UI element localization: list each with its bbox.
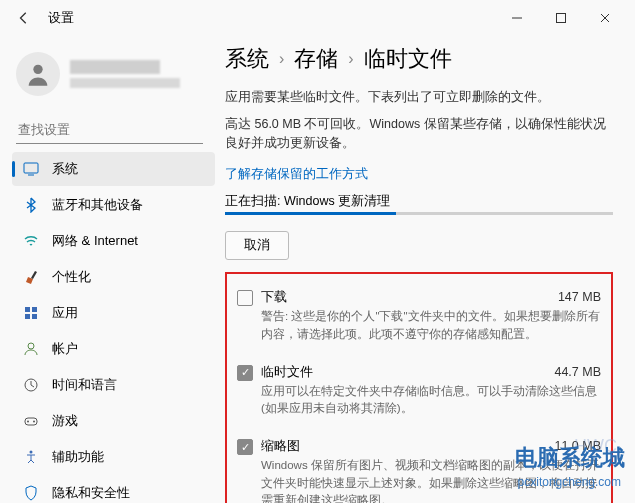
- sidebar-item-label: 蓝牙和其他设备: [52, 196, 143, 214]
- sidebar-item-label: 个性化: [52, 268, 91, 286]
- sidebar-item-label: 系统: [52, 160, 78, 178]
- svg-point-13: [33, 421, 35, 423]
- back-button[interactable]: [8, 2, 40, 34]
- description-2: 高达 56.0 MB 不可回收。Windows 保留某些存储，以确保性能状况良好…: [225, 115, 613, 153]
- apps-icon: [22, 304, 40, 322]
- breadcrumb-system[interactable]: 系统: [225, 44, 269, 74]
- brush-icon: [22, 268, 40, 286]
- highlight-box: 下载 147 MB 警告: 这些是你的个人"下载"文件夹中的文件。如果想要删除所…: [225, 272, 613, 503]
- sidebar-item-label: 隐私和安全性: [52, 484, 130, 502]
- search-container: [16, 116, 203, 144]
- breadcrumb: 系统 › 存储 › 临时文件: [225, 44, 613, 74]
- clock-icon: [22, 376, 40, 394]
- svg-rect-7: [25, 314, 30, 319]
- checkbox[interactable]: [237, 439, 253, 455]
- chevron-right-icon: ›: [279, 50, 284, 68]
- svg-rect-11: [25, 418, 37, 425]
- shield-icon: [22, 484, 40, 502]
- sidebar-item-network[interactable]: 网络 & Internet: [12, 224, 215, 258]
- accounts-icon: [22, 340, 40, 358]
- file-item-thumbs[interactable]: 缩略图 11.0 MB Windows 保留所有图片、视频和文档缩略图的副本，以…: [231, 427, 607, 503]
- avatar: [16, 52, 60, 96]
- checkbox[interactable]: [237, 290, 253, 306]
- sidebar-item-label: 网络 & Internet: [52, 232, 138, 250]
- sidebar: 系统 蓝牙和其他设备 网络 & Internet 个性化 应用 帐户: [0, 36, 215, 503]
- chevron-right-icon: ›: [348, 50, 353, 68]
- bluetooth-icon: [22, 196, 40, 214]
- svg-point-9: [28, 343, 34, 349]
- file-desc: 应用可以在特定文件夹中存储临时信息。可以手动清除这些信息(如果应用未自动将其清除…: [261, 383, 601, 418]
- sidebar-item-personalization[interactable]: 个性化: [12, 260, 215, 294]
- svg-rect-8: [32, 314, 37, 319]
- sidebar-item-system[interactable]: 系统: [12, 152, 215, 186]
- svg-rect-5: [25, 307, 30, 312]
- search-input[interactable]: [16, 116, 203, 144]
- sidebar-item-bluetooth[interactable]: 蓝牙和其他设备: [12, 188, 215, 222]
- svg-rect-3: [24, 163, 38, 173]
- profile-name: [70, 60, 160, 74]
- accessibility-icon: [22, 448, 40, 466]
- profile-email: [70, 78, 180, 88]
- checkbox[interactable]: [237, 365, 253, 381]
- learn-more-link[interactable]: 了解存储保留的工作方式: [225, 166, 368, 183]
- sidebar-item-label: 帐户: [52, 340, 78, 358]
- system-icon: [22, 160, 40, 178]
- sidebar-item-accounts[interactable]: 帐户: [12, 332, 215, 366]
- breadcrumb-current: 临时文件: [364, 44, 452, 74]
- maximize-button[interactable]: [539, 2, 583, 34]
- scan-status: 正在扫描: Windows 更新清理: [225, 193, 613, 210]
- file-size: 147 MB: [558, 290, 601, 304]
- file-title: 缩略图: [261, 437, 300, 455]
- file-item-downloads[interactable]: 下载 147 MB 警告: 这些是你的个人"下载"文件夹中的文件。如果想要删除所…: [231, 278, 607, 353]
- file-item-temp[interactable]: 临时文件 44.7 MB 应用可以在特定文件夹中存储临时信息。可以手动清除这些信…: [231, 353, 607, 428]
- svg-rect-6: [32, 307, 37, 312]
- gaming-icon: [22, 412, 40, 430]
- svg-rect-1: [557, 14, 566, 23]
- file-title: 临时文件: [261, 363, 313, 381]
- minimize-button[interactable]: [495, 2, 539, 34]
- breadcrumb-storage[interactable]: 存储: [294, 44, 338, 74]
- sidebar-item-gaming[interactable]: 游戏: [12, 404, 215, 438]
- description-1: 应用需要某些临时文件。下表列出了可立即删除的文件。: [225, 88, 613, 107]
- sidebar-item-time-language[interactable]: 时间和语言: [12, 368, 215, 402]
- file-desc: Windows 保留所有图片、视频和文档缩略图的副本，以便在打开文件夹时能快速显…: [261, 457, 601, 503]
- window-title: 设置: [48, 9, 74, 27]
- progress-bar: [225, 212, 613, 215]
- sidebar-item-label: 应用: [52, 304, 78, 322]
- main-content: 系统 › 存储 › 临时文件 应用需要某些临时文件。下表列出了可立即删除的文件。…: [215, 36, 635, 503]
- close-button[interactable]: [583, 2, 627, 34]
- sidebar-item-accessibility[interactable]: 辅助功能: [12, 440, 215, 474]
- svg-point-12: [27, 421, 29, 423]
- file-title: 下载: [261, 288, 287, 306]
- file-desc: 警告: 这些是你的个人"下载"文件夹中的文件。如果想要删除所有内容，请选择此项。…: [261, 308, 601, 343]
- sidebar-item-label: 游戏: [52, 412, 78, 430]
- sidebar-item-apps[interactable]: 应用: [12, 296, 215, 330]
- sidebar-item-privacy[interactable]: 隐私和安全性: [12, 476, 215, 503]
- svg-point-2: [33, 65, 42, 74]
- file-size: 11.0 MB: [554, 439, 601, 453]
- file-size: 44.7 MB: [554, 365, 601, 379]
- svg-point-14: [30, 451, 33, 454]
- profile-block[interactable]: [12, 44, 215, 112]
- cancel-button[interactable]: 取消: [225, 231, 289, 260]
- sidebar-item-label: 辅助功能: [52, 448, 104, 466]
- wifi-icon: [22, 232, 40, 250]
- sidebar-item-label: 时间和语言: [52, 376, 117, 394]
